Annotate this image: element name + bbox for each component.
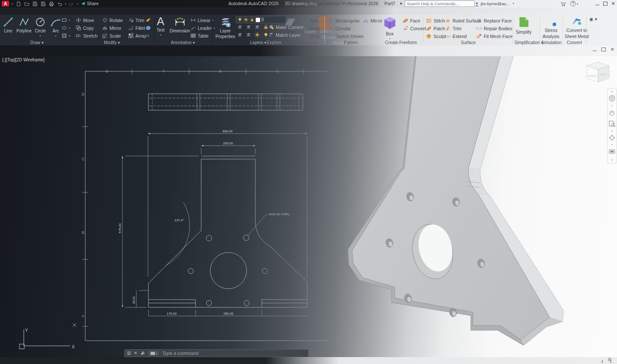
convert-panel-label[interactable]: Convert — [567, 40, 582, 45]
doc-minimize-button[interactable] — [593, 51, 597, 51]
inventor-title: Autodesk Inventor Professional 2026Part7 — [304, 1, 395, 6]
rectangular-pattern-button[interactable]: Rectangular — [328, 18, 360, 24]
tab-express-tools[interactable]: Express Tools — [222, 7, 259, 15]
tab-2d-drawing[interactable]: 2D drawing× — [32, 47, 71, 55]
search-expand-icon[interactable]: ▶ — [400, 2, 402, 5]
tab-parametric[interactable]: Parametric — [70, 7, 101, 15]
freeform-convert-button[interactable]: Convert — [402, 26, 426, 32]
tab-collaborate[interactable]: Collaborate — [191, 7, 223, 15]
tab-featured-apps[interactable]: Featured Apps — [260, 7, 298, 15]
command-close-icon[interactable]: ✕ — [134, 351, 137, 355]
view-cube[interactable]: FRONT RIGHT — [587, 62, 609, 82]
replace-face-button[interactable]: Replace Face — [476, 18, 512, 24]
create-freeform-panel-label[interactable]: Create Freeform — [385, 40, 417, 45]
help-icon[interactable]: ? — [570, 1, 576, 6]
axis-button[interactable]: Axis▾ — [302, 18, 321, 24]
viewcube-right-face[interactable]: RIGHT — [600, 73, 608, 76]
svg-text:▾: ▾ — [611, 130, 613, 132]
ribbon-toggle-icon — [247, 10, 251, 13]
patch-button[interactable]: Patch — [426, 26, 445, 32]
freeform-box-button[interactable]: Box▾ — [382, 16, 397, 40]
tab-add-ins[interactable]: Add-ins — [167, 7, 191, 15]
pattern-panel-label[interactable]: Pattern — [344, 40, 358, 45]
plane-button[interactable]: Plane▾ — [283, 16, 296, 38]
tab-insert[interactable]: Insert — [23, 7, 43, 15]
convert-to-sheet-metal-button[interactable]: Convert toSheet Metal — [565, 16, 589, 39]
customize-wrench-icon[interactable] — [140, 351, 145, 356]
tab-layout2[interactable]: Layout2 — [173, 357, 196, 364]
window-controls: ✕ — [595, 0, 615, 6]
tab-close-icon[interactable]: × — [64, 49, 66, 53]
layout-menu-icon[interactable] — [19, 358, 29, 363]
title-bar: A ▾ ▾ ▾ Share Autodesk AutoCAD 20262D dr… — [0, 0, 617, 7]
command-input[interactable]: Type a command — [162, 351, 198, 356]
search-placeholder: Search Help & Commands... — [407, 1, 459, 6]
user-caret-icon[interactable]: ▾ — [513, 2, 514, 5]
window-restore-button[interactable] — [603, 2, 607, 6]
search-input[interactable]: Search Help & Commands... — [405, 0, 475, 7]
ribbon-inventor-layer: Plane▾ Axis▾ Point▾ UCS Work Features Re… — [0, 15, 617, 45]
surface-panel-label[interactable]: Surface — [461, 40, 476, 45]
new-layout-button[interactable]: + — [241, 358, 245, 364]
tab-layout1[interactable]: Layout1 — [107, 357, 130, 364]
viewport-controls-label[interactable]: [-][Top][2D Wireframe] — [2, 57, 45, 62]
sketch-driven-pattern-button[interactable]: Sketch Driven — [328, 33, 363, 39]
ribbon-tab-row: Home Insert Annotate Parametric View Man… — [0, 7, 617, 15]
ribbon-display-toggle[interactable]: ▾ — [245, 9, 256, 13]
simplify-button[interactable]: Simplify — [516, 16, 532, 35]
command-line[interactable]: ✕ ▾ Type a command — [124, 349, 308, 357]
document-tab-bar: Start 2D drawing× + ✕ — [0, 45, 617, 56]
simplification-panel-label[interactable]: Simplification ▾ — [514, 40, 543, 45]
stitch-button[interactable]: Stitch — [426, 18, 445, 24]
ribbon-overflow-button[interactable]: ◉ ▾ — [589, 16, 597, 22]
svg-text:▾: ▾ — [611, 104, 613, 107]
command-line-grip[interactable] — [127, 351, 131, 355]
circular-pattern-button[interactable]: Circular — [328, 26, 351, 32]
doc-close-button[interactable]: ✕ — [611, 47, 614, 52]
fit-mesh-face-button[interactable]: Fit Mesh Face — [476, 33, 513, 39]
help-caret-icon[interactable]: ▾ — [577, 2, 578, 5]
stress-analysis-button[interactable]: StressAnalysis — [543, 16, 559, 39]
tab-start[interactable]: Start — [15, 47, 33, 55]
new-drawing-tab-button[interactable]: + — [66, 48, 69, 54]
svg-text:▾: ▾ — [611, 144, 613, 146]
graphics-viewport[interactable]: 600.00 200.00 575.00 65.00 175.00 250.00… — [0, 56, 617, 357]
file-tabs-menu-icon[interactable] — [4, 48, 13, 54]
title-bar-inventor-layer: Autodesk Inventor Professional 2026Part7… — [0, 0, 617, 7]
ribbon-tabs: Home Insert Annotate Parametric View Man… — [3, 7, 298, 15]
window-close-button[interactable]: ✕ — [611, 1, 615, 6]
doc-restore-button[interactable] — [601, 48, 606, 51]
viewcube-front-face[interactable]: FRONT — [588, 75, 597, 77]
inventor-doc-window-controls: ✕ — [593, 47, 614, 52]
app-window: { "title_bar": { "autocad_app": "Autodes… — [0, 0, 617, 364]
navigation-bar: ▾ ▾ ▾ — [607, 89, 617, 163]
sculpt-button[interactable]: Sculpt — [426, 33, 446, 39]
inventor-doc-name: Part7 — [385, 1, 395, 6]
ribbon-toggle-caret-icon: ▾ — [252, 10, 254, 13]
3d-part[interactable] — [348, 56, 563, 345]
inventor-status-counts: 1 1 — [601, 359, 614, 364]
ribbon: Line Polyline Circle▾ Arc▾ ▾ ▾ ▾ Draw ▾ … — [0, 15, 617, 46]
surface-extend-button[interactable]: Extend — [445, 33, 467, 39]
point-button[interactable]: Point▾ — [302, 26, 323, 32]
simulation-panel-label[interactable]: Simulation — [541, 40, 562, 45]
tab-annotate[interactable]: Annotate — [43, 7, 70, 15]
work-features-panel-label[interactable]: Work Features — [289, 40, 317, 45]
recent-commands-caret-icon: ▾ — [156, 352, 157, 355]
3d-part-canvas: FRONT RIGHT ▾ ▾ ▾ — [0, 56, 617, 357]
repair-bodies-button[interactable]: Repair Bodies — [476, 26, 512, 32]
ucs-button[interactable]: UCS — [302, 33, 319, 39]
window-minimize-button[interactable] — [595, 5, 599, 6]
status-bar: Model / Layout1 / Layout2 / + 1 1 — [0, 357, 617, 364]
tab-home[interactable]: Home — [3, 7, 23, 15]
mirror-feature-button[interactable]: Mirror — [363, 18, 382, 24]
user-account-button[interactable]: jim.byrne@au... — [481, 1, 510, 6]
surface-trim-button[interactable]: Trim — [445, 26, 462, 32]
recent-commands-button[interactable]: ▾ — [148, 351, 159, 356]
tab-output[interactable]: Output — [145, 7, 167, 15]
tab-manage[interactable]: Manage — [119, 7, 145, 15]
tab-model[interactable]: Model — [51, 357, 71, 364]
tab-view[interactable]: View — [101, 7, 119, 15]
freeform-face-button[interactable]: Face — [402, 18, 420, 24]
